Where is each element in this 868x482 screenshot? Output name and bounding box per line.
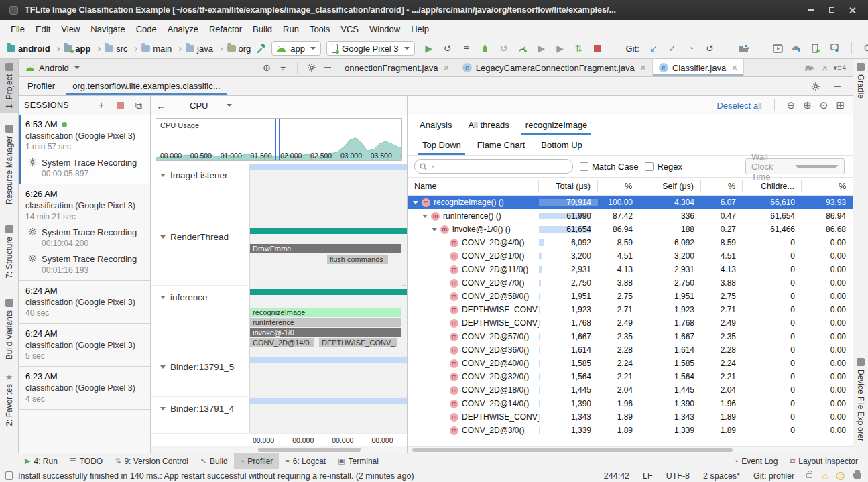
recording-item[interactable]: System Trace Recording00:10:04.200 — [28, 227, 145, 248]
toolwindow-tab-device-file-explorer[interactable]: Device File Explorer — [853, 354, 868, 445]
trace-event-bar[interactable] — [250, 357, 407, 363]
menu-edit[interactable]: Edit — [30, 21, 56, 37]
toolwindow-tab-resource-manager[interactable]: Resource Manager — [0, 121, 18, 208]
toolwindow-button-terminal[interactable]: ▣Terminal — [332, 453, 385, 469]
minimize-icon[interactable] — [808, 9, 814, 11]
git-history-icon[interactable]: ◔ — [685, 42, 697, 54]
caret-position[interactable]: 244:42 — [600, 471, 633, 481]
profile-apk-icon[interactable] — [828, 42, 841, 54]
toolwindow-tab-1-project[interactable]: 1: Project — [0, 59, 18, 113]
menu-navigate[interactable]: Navigate — [85, 21, 130, 37]
toolwindow-button-6-logcat[interactable]: ≡6: Logcat — [279, 453, 332, 469]
toolwindow-button-profiler[interactable]: ◔Profiler — [234, 453, 280, 469]
session-item[interactable]: 6:53 AMclassification (Google Pixel 3)1 … — [19, 115, 150, 184]
git-update-icon[interactable]: ↙ — [647, 42, 660, 54]
thread-row[interactable]: ImageListener — [151, 164, 407, 225]
table-row[interactable]: mCONV_2D@32/0()1,5642.211,5642.2100.00 — [408, 370, 853, 383]
trace-event-bar[interactable]: DrawFrame — [250, 244, 401, 253]
stop-session-icon[interactable] — [114, 99, 126, 111]
line-separator[interactable]: LF — [639, 471, 657, 481]
thread-track[interactable] — [250, 397, 407, 433]
table-row[interactable]: mCONV_2D@3/0()1,3391.891,3391.8900.00 — [408, 424, 853, 437]
cpu-horizontal-scrollbar[interactable] — [151, 446, 407, 453]
hide-panel-icon[interactable] — [322, 62, 334, 74]
git-branch[interactable]: Git: profiler — [749, 471, 798, 481]
close-icon[interactable]: ✕ — [822, 64, 828, 72]
editor-tab[interactable]: cLegacyCameraConnectionFragment.java✕ — [456, 59, 653, 76]
run-configuration-select[interactable]: app — [271, 41, 321, 56]
search-input[interactable] — [414, 159, 573, 174]
table-row[interactable]: mCONV_2D@11/0()2,9314.132,9314.1300.00 — [408, 263, 853, 276]
thread-row[interactable]: Binder:13791_4 — [151, 397, 407, 434]
column-header[interactable]: Self (μs) — [639, 180, 701, 192]
search-history-icon[interactable] — [431, 166, 435, 168]
trace-event-bar[interactable] — [250, 164, 407, 170]
menu-help[interactable]: Help — [406, 21, 434, 37]
breadcrumb-item[interactable]: src — [103, 42, 139, 55]
breadcrumb-item[interactable]: app — [62, 42, 102, 55]
trace-event-bar[interactable]: DEPTHWISE_CONV_... — [319, 338, 397, 347]
tab-profiler[interactable]: Profiler — [19, 77, 64, 95]
collapse-thread-icon[interactable] — [160, 174, 166, 177]
build-hammer-icon[interactable] — [256, 42, 266, 54]
menu-tools[interactable]: Tools — [304, 21, 335, 37]
toolwindow-button-layout-inspector[interactable]: ⧉Layout Inspector — [784, 453, 864, 469]
add-session-icon[interactable]: + — [95, 99, 107, 111]
table-horizontal-scrollbar[interactable] — [408, 446, 853, 453]
session-item[interactable]: 6:26 AMclassification (Google Pixel 3)14… — [19, 184, 150, 281]
toolwindow-tab-build-variants[interactable]: Build Variants — [0, 295, 18, 363]
gradle-file-tab-icon[interactable] — [804, 64, 815, 72]
close-icon[interactable]: ✕ — [443, 64, 449, 72]
attach-profiler-low-overhead-button[interactable]: ▶ — [554, 42, 566, 54]
breadcrumb-item[interactable]: main — [140, 42, 183, 55]
breadcrumb-item[interactable]: org — [226, 42, 253, 55]
git-rollback-icon[interactable]: ↺ — [704, 42, 716, 54]
table-row[interactable]: mCONV_2D@18/0()1,4452.041,4452.0400.00 — [408, 383, 853, 397]
tab-profiler-session[interactable]: org.tensorflow.lite.examples.classific..… — [64, 77, 229, 95]
rerun-profiler-button[interactable]: ⇅ — [573, 42, 585, 54]
trace-event-bar[interactable] — [250, 398, 407, 404]
table-row[interactable]: mrunInference() ()61,99087.423360.4761,6… — [408, 209, 853, 223]
zoom-out-icon[interactable]: ⊖ — [787, 99, 796, 111]
expand-arrow-icon[interactable] — [432, 228, 437, 231]
project-structure-icon[interactable] — [738, 42, 750, 54]
toolwindow-button-todo[interactable]: ☰TODO — [64, 453, 109, 469]
stop-button[interactable] — [592, 42, 604, 54]
thread-track[interactable]: recognizeImagerunInferenceinvoke@-1/0CON… — [250, 286, 407, 355]
apply-changes-button[interactable]: ↺ — [442, 42, 454, 54]
menu-refactor[interactable]: Refactor — [204, 21, 247, 37]
table-row[interactable]: mDEPTHWISE_CONV_2D1,3431.891,3431.8900.0… — [408, 410, 853, 424]
collapse-thread-icon[interactable] — [160, 365, 166, 369]
zoom-in-icon[interactable]: ⊕ — [803, 99, 812, 111]
avd-manager-icon[interactable] — [772, 42, 784, 54]
maximize-icon[interactable] — [829, 7, 834, 13]
table-row[interactable]: mDEPTHWISE_CONV_2D1,7682.491,7682.4900.0… — [408, 316, 853, 330]
subtab-flame-chart[interactable]: Flame Chart — [469, 135, 534, 155]
readonly-lock-icon[interactable] — [806, 473, 812, 478]
recording-item[interactable]: System Trace Recording00:00:05.897 — [28, 158, 145, 178]
status-message[interactable]: Install successfully finished in 140 ms.… — [18, 471, 595, 481]
column-header[interactable]: % — [598, 180, 639, 192]
device-manager-icon[interactable] — [810, 42, 822, 54]
editor-tab[interactable]: cClassifier.java✕ — [653, 59, 744, 76]
toolwindow-button-event-log[interactable]: ◔Event Log — [728, 453, 784, 469]
expand-arrow-icon[interactable] — [422, 215, 428, 218]
close-icon[interactable] — [849, 7, 856, 13]
tab-recognizeimage[interactable]: recognizeImage — [517, 115, 596, 135]
table-row[interactable]: mrecognizeImage() ()70,914100.004,3046.0… — [408, 196, 853, 209]
breadcrumb-item[interactable]: java — [184, 42, 225, 55]
toolwindow-tab-gradle[interactable]: Gradle — [853, 59, 868, 103]
toolwindow-button-9-version-control[interactable]: ⇅9: Version Control — [109, 453, 194, 469]
table-row[interactable]: mCONV_2D@57/0()1,6672.351,6672.3500.00 — [408, 330, 853, 343]
trace-event-bar[interactable] — [250, 228, 407, 234]
hidden-tabs-button[interactable]: ▾≡4 — [833, 64, 846, 72]
file-encoding[interactable]: UTF-8 — [662, 471, 694, 481]
table-row[interactable]: mCONV_2D@14/0()1,3901.961,3901.9600.00 — [408, 397, 853, 410]
toolwindow-button-4-run[interactable]: ▶4: Run — [19, 453, 64, 469]
table-row[interactable]: mCONV_2D@7/0()2,7503.882,7503.8800.00 — [408, 276, 853, 290]
settings-icon[interactable] — [306, 62, 318, 74]
attach-profiler-button[interactable]: ▶ — [536, 42, 548, 54]
table-row[interactable]: mCONV_2D@58/0()1,9512.751,9512.7500.00 — [408, 290, 853, 303]
column-header[interactable]: % — [802, 180, 853, 192]
recording-item[interactable]: System Trace Recording00:01:16.193 — [28, 254, 145, 275]
